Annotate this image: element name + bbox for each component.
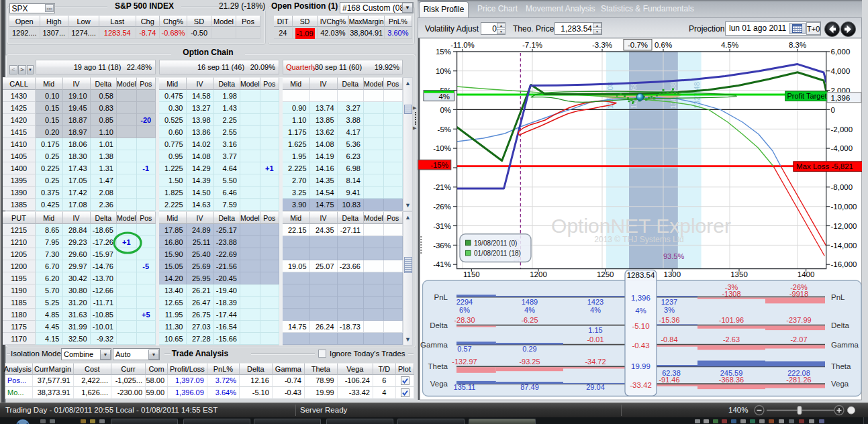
svg-text:-8,000: -8,000 xyxy=(831,183,853,191)
svg-text:29.04: 29.04 xyxy=(586,383,605,391)
svg-text:-26%: -26% xyxy=(433,203,451,211)
svg-text:-93.25: -93.25 xyxy=(519,358,540,366)
svg-text:-10%: -10% xyxy=(433,144,451,152)
svg-text:Gamma: Gamma xyxy=(420,341,448,349)
svg-text:-1308: -1308 xyxy=(722,290,740,298)
svg-text:1250: 1250 xyxy=(597,270,614,278)
svg-text:15%: 15% xyxy=(436,48,451,56)
svg-text:Profit Target: Profit Target xyxy=(787,92,827,100)
svg-text:1400: 1400 xyxy=(798,270,815,278)
svg-text:Gamma: Gamma xyxy=(831,341,859,349)
svg-text:1,396: 1,396 xyxy=(631,294,650,302)
svg-text:-16,000: -16,000 xyxy=(831,260,857,268)
svg-text:0.57: 0.57 xyxy=(457,345,471,353)
svg-text:4%: 4% xyxy=(524,306,535,314)
svg-text:Delta: Delta xyxy=(430,321,448,329)
svg-text:-0.01: -0.01 xyxy=(587,335,604,343)
svg-text:-2.07: -2.07 xyxy=(790,335,807,343)
svg-text:-368.36: -368.36 xyxy=(719,376,744,384)
svg-text:Vega: Vega xyxy=(430,380,448,388)
svg-text:-34.72: -34.72 xyxy=(585,358,606,366)
svg-text:19.99: 19.99 xyxy=(631,362,650,370)
svg-text:-4,000: -4,000 xyxy=(831,144,853,152)
svg-text:1423: 1423 xyxy=(587,298,604,306)
svg-text:6%: 6% xyxy=(459,306,470,314)
svg-text:01/08/2011 (18): 01/08/2011 (18) xyxy=(474,250,521,257)
svg-text:1350: 1350 xyxy=(730,270,748,278)
svg-text:-14,000: -14,000 xyxy=(831,242,857,250)
svg-text:-101.96: -101.96 xyxy=(719,316,744,324)
svg-text:2013 © THJ Systems Ltd: 2013 © THJ Systems Ltd xyxy=(594,235,683,244)
svg-text:135.11: 135.11 xyxy=(454,383,476,391)
svg-text:1150: 1150 xyxy=(463,270,480,278)
svg-text:-6.25: -6.25 xyxy=(521,316,538,324)
svg-text:1489: 1489 xyxy=(522,298,538,306)
svg-text:8.3%: 8.3% xyxy=(789,41,806,49)
svg-text:2294: 2294 xyxy=(456,298,473,306)
svg-text:-2.63: -2.63 xyxy=(723,335,740,343)
svg-text:-0.43: -0.43 xyxy=(632,341,649,350)
svg-text:-5%: -5% xyxy=(438,125,451,134)
svg-text:-91.46: -91.46 xyxy=(659,376,679,384)
svg-text:-9918: -9918 xyxy=(789,290,808,298)
svg-text:-15.36: -15.36 xyxy=(659,316,679,324)
svg-text:-3.3%: -3.3% xyxy=(592,41,612,49)
svg-text:-7.1%: -7.1% xyxy=(522,41,542,49)
svg-text:6,000: 6,000 xyxy=(831,48,851,56)
svg-text:-132.97: -132.97 xyxy=(452,358,477,366)
svg-text:-28.30: -28.30 xyxy=(454,316,475,324)
svg-text:-11.0%: -11.0% xyxy=(450,41,475,49)
svg-text:-21%: -21% xyxy=(433,183,451,191)
svg-text:0.29: 0.29 xyxy=(522,345,536,353)
svg-text:1300: 1300 xyxy=(664,270,681,278)
svg-text:-12,000: -12,000 xyxy=(831,222,857,230)
svg-text:1283.54: 1283.54 xyxy=(627,271,655,279)
svg-text:-2,000: -2,000 xyxy=(831,125,853,134)
svg-text:-41%: -41% xyxy=(433,260,451,268)
svg-text:4.5%: 4.5% xyxy=(721,41,738,49)
svg-text:-15%: -15% xyxy=(430,161,448,169)
svg-text:4%: 4% xyxy=(590,306,601,314)
svg-text:10%: 10% xyxy=(436,67,451,75)
svg-text:-237.99: -237.99 xyxy=(786,316,811,324)
svg-text:1237: 1237 xyxy=(661,298,677,306)
svg-text:OptionNET Explorer: OptionNET Explorer xyxy=(551,215,731,237)
svg-text:4,000: 4,000 xyxy=(831,67,851,75)
svg-text:93.5%: 93.5% xyxy=(663,252,684,260)
svg-text:1.15: 1.15 xyxy=(588,326,602,334)
svg-text:Max Loss -5,821: Max Loss -5,821 xyxy=(796,162,853,170)
svg-text:PnL: PnL xyxy=(434,293,448,301)
svg-text:4%: 4% xyxy=(438,93,450,101)
svg-text:0: 0 xyxy=(831,106,835,114)
svg-text:-0.7%: -0.7% xyxy=(628,41,648,49)
svg-text:1,396: 1,396 xyxy=(831,94,851,102)
svg-text:0%: 0% xyxy=(440,106,451,114)
svg-text:Vega: Vega xyxy=(831,380,849,388)
svg-text:-33.42: -33.42 xyxy=(630,381,652,389)
svg-text:-31%: -31% xyxy=(433,222,451,230)
svg-text:87.49: 87.49 xyxy=(520,383,539,391)
svg-text:-281.26: -281.26 xyxy=(786,376,811,384)
svg-text:PnL: PnL xyxy=(831,293,845,301)
svg-text:-36%: -36% xyxy=(433,242,451,250)
svg-text:Theta: Theta xyxy=(831,362,851,370)
svg-text:-0.84: -0.84 xyxy=(661,335,677,343)
svg-text:1200: 1200 xyxy=(530,270,547,278)
svg-text:-5.10: -5.10 xyxy=(632,322,649,330)
svg-text:3%: 3% xyxy=(664,306,675,314)
svg-text:Theta: Theta xyxy=(428,362,448,370)
svg-text:Delta: Delta xyxy=(831,321,849,329)
svg-text:-10,000: -10,000 xyxy=(831,203,857,211)
svg-text:4%: 4% xyxy=(635,307,646,315)
svg-text:19/08/2011 (0): 19/08/2011 (0) xyxy=(474,240,517,247)
svg-text:0.6%: 0.6% xyxy=(655,41,672,49)
